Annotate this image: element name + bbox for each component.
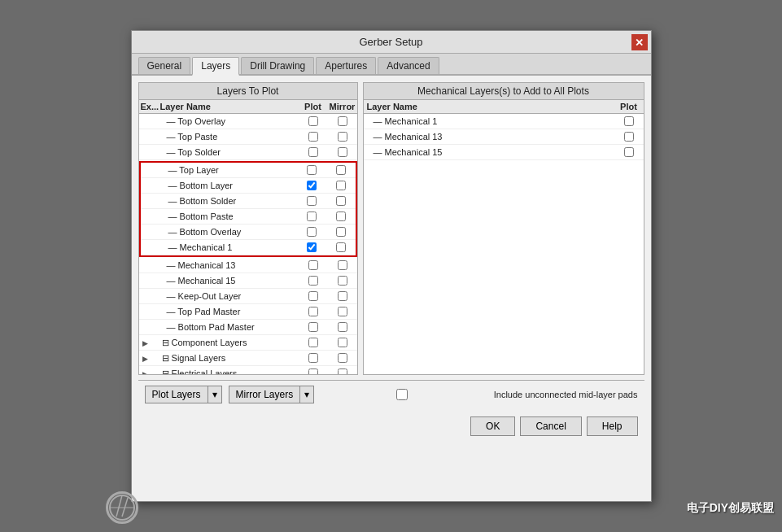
col-mech-name-header: Layer Name: [364, 100, 614, 113]
layer-name: — Mechanical 15: [160, 275, 238, 286]
mirror-checkbox[interactable]: [338, 116, 347, 126]
mech-layer-name: — Mechanical 1: [367, 116, 439, 127]
layer-row: — Top Overlay: [139, 114, 357, 129]
logo-circle: [106, 491, 138, 524]
layer-name: ⊟ Component Layers: [160, 337, 249, 348]
mirror-layers-button[interactable]: Mirror Layers: [229, 386, 300, 403]
mechanical-layers-panel: Mechanical Layers(s) to Add to All Plots…: [363, 82, 644, 375]
plot-checkbox[interactable]: [308, 276, 318, 286]
tab-apertures[interactable]: Apertures: [316, 57, 376, 74]
plot-checkbox[interactable]: [308, 368, 318, 374]
layer-name: — Top Solder: [160, 146, 222, 158]
mech-plot-checkbox[interactable]: [624, 147, 634, 157]
mirror-checkbox[interactable]: [338, 291, 347, 301]
plot-layers-button[interactable]: Plot Layers: [145, 386, 208, 403]
plot-checkbox[interactable]: [308, 291, 318, 301]
layer-name: ⊟ Signal Layers: [160, 352, 228, 364]
expand-icon[interactable]: ▶: [141, 355, 150, 363]
title-bar: Gerber Setup ✕: [132, 31, 651, 54]
layer-name: — Top Overlay: [160, 116, 228, 127]
mech-layer-name: — Mechanical 15: [367, 146, 444, 158]
plot-checkbox[interactable]: [307, 242, 317, 252]
mirror-checkbox[interactable]: [336, 211, 346, 221]
plot-checkbox[interactable]: [308, 338, 318, 347]
col-ex-header: Ex...: [139, 100, 157, 113]
close-button[interactable]: ✕: [631, 34, 648, 50]
mech-layer-name: — Mechanical 13: [367, 131, 444, 142]
mirror-checkbox[interactable]: [336, 181, 346, 190]
layer-name: — Mechanical 1: [162, 242, 234, 253]
layer-row: — Top Paste: [139, 129, 357, 145]
mirror-checkbox[interactable]: [336, 227, 346, 237]
layer-row: — Mechanical 15: [139, 273, 357, 289]
help-button[interactable]: Help: [587, 416, 638, 436]
plot-layers-group: Plot Layers ▾: [145, 386, 222, 403]
layer-name: — Bottom Pad Master: [160, 321, 256, 333]
tab-advanced[interactable]: Advanced: [378, 57, 439, 74]
layer-list: — Top Overlay — Top Paste — Top: [139, 114, 357, 374]
mirror-layers-dropdown[interactable]: ▾: [299, 386, 314, 403]
mirror-checkbox[interactable]: [336, 165, 346, 175]
bottom-controls: Plot Layers ▾ Mirror Layers ▾ Include un…: [138, 380, 644, 408]
tab-content: Layers To Plot Ex... Layer Name Plot Mir…: [132, 76, 651, 449]
plot-checkbox[interactable]: [308, 147, 318, 157]
mirror-checkbox[interactable]: [338, 338, 347, 347]
include-unconnected-checkbox[interactable]: [396, 389, 408, 400]
layer-name: — Bottom Overlay: [162, 226, 243, 238]
plot-checkbox[interactable]: [307, 227, 317, 237]
layer-row: — Bottom Pad Master: [139, 320, 357, 335]
plot-layers-dropdown[interactable]: ▾: [208, 386, 222, 403]
mirror-checkbox[interactable]: [338, 307, 347, 316]
mirror-checkbox[interactable]: [338, 322, 347, 332]
mirror-checkbox[interactable]: [338, 353, 347, 363]
mech-layer-list: — Mechanical 1 — Mechanical 13 — Mechani…: [364, 114, 644, 160]
mirror-checkbox[interactable]: [336, 196, 346, 206]
gerber-setup-dialog: Gerber Setup ✕ General Layers Drill Draw…: [131, 30, 652, 502]
layers-to-plot-panel: Layers To Plot Ex... Layer Name Plot Mir…: [138, 82, 358, 375]
mirror-checkbox[interactable]: [338, 260, 347, 270]
mirror-checkbox[interactable]: [338, 147, 347, 157]
mirror-checkbox[interactable]: [338, 368, 347, 374]
layer-row: — Bottom Paste: [141, 209, 356, 225]
ok-button[interactable]: OK: [470, 416, 515, 436]
mech-plot-checkbox[interactable]: [624, 132, 634, 142]
plot-checkbox[interactable]: [307, 196, 317, 206]
plot-checkbox[interactable]: [307, 165, 317, 175]
layer-row: — Mechanical 1: [141, 240, 356, 255]
plot-checkbox[interactable]: [308, 353, 318, 363]
mirror-checkbox[interactable]: [336, 242, 346, 252]
tab-layers[interactable]: Layers: [192, 57, 239, 76]
mirror-checkbox[interactable]: [338, 276, 347, 286]
layer-row: ▶ ⊟ Signal Layers: [139, 351, 357, 366]
plot-checkbox[interactable]: [308, 132, 318, 142]
tab-drill-drawing[interactable]: Drill Drawing: [241, 57, 314, 74]
ok-bar: OK Cancel Help: [138, 413, 644, 443]
right-panel-header: Mechanical Layers(s) to Add to All Plots: [364, 83, 644, 100]
tab-general[interactable]: General: [138, 57, 191, 74]
plot-checkbox[interactable]: [307, 181, 317, 190]
cancel-button[interactable]: Cancel: [520, 416, 581, 436]
layer-row: — Top Solder: [139, 145, 357, 160]
plot-checkbox[interactable]: [308, 260, 318, 270]
layer-name: — Top Paste: [160, 131, 220, 142]
mech-layer-row: — Mechanical 1: [364, 114, 644, 129]
plot-checkbox[interactable]: [308, 322, 318, 332]
mech-layer-row: — Mechanical 15: [364, 145, 644, 160]
mech-layer-row: — Mechanical 13: [364, 129, 644, 145]
plot-checkbox[interactable]: [308, 307, 318, 316]
left-table-header: Ex... Layer Name Plot Mirror: [139, 100, 357, 114]
expand-icon[interactable]: ▶: [141, 339, 150, 347]
layer-name: — Bottom Paste: [162, 211, 235, 222]
panels-container: Layers To Plot Ex... Layer Name Plot Mir…: [138, 82, 644, 375]
mirror-layers-group: Mirror Layers ▾: [229, 386, 315, 403]
plot-checkbox[interactable]: [307, 211, 317, 221]
col-mirror-header: Mirror: [328, 100, 357, 113]
expand-icon[interactable]: ▶: [141, 370, 150, 374]
layer-row: — Keep-Out Layer: [139, 289, 357, 304]
left-panel-header: Layers To Plot: [139, 83, 357, 100]
mech-plot-checkbox[interactable]: [624, 116, 634, 126]
plot-checkbox[interactable]: [308, 116, 318, 126]
layer-name: — Bottom Solder: [162, 195, 238, 207]
tab-bar: General Layers Drill Drawing Apertures A…: [132, 54, 651, 76]
mirror-checkbox[interactable]: [338, 132, 347, 142]
